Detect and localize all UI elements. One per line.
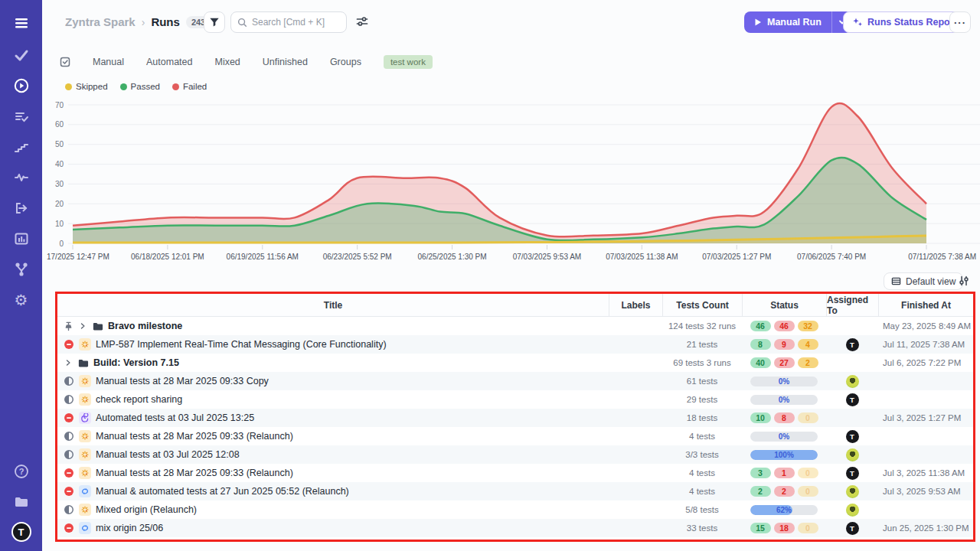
progress-label: 0% [750,395,818,405]
table-row[interactable]: mix origin 25/0633 tests15180TJun 25, 20… [57,519,973,537]
passed-count-badge: 46 [750,321,771,331]
title-cell: Mixed origin (Relaunch) [57,500,609,519]
view-settings-icon[interactable] [958,275,970,290]
column-header-status[interactable]: Status [742,294,826,316]
labels-cell [609,317,662,335]
status-cell: 1080 [742,409,826,427]
user-avatar[interactable]: T [11,522,31,542]
table-row[interactable]: Manual tests at 28 Mar 2025 09:33 Copy61… [57,372,973,390]
reports-icon[interactable] [0,223,42,254]
run-title[interactable]: Manual tests at 28 Mar 2025 09:33 Copy [96,376,269,386]
run-title[interactable]: LMP-587 Implement Real-Time Chat Messagi… [96,339,387,350]
legend-failed[interactable]: Failed [172,82,207,91]
defects-icon[interactable] [0,162,42,193]
skipped-count-badge: 0 [798,412,818,423]
table-row[interactable]: Manual tests at 03 Jul 2025 12:083/3 tes… [57,445,973,464]
requirements-icon[interactable] [0,193,42,223]
search-input[interactable] [252,17,340,28]
assigned-cell [826,409,878,427]
tab-unfinished[interactable]: Unfinished [263,57,308,67]
table-row[interactable]: Automated tests at 03 Jul 2025 13:2518 t… [57,409,973,427]
table-row[interactable]: Manual tests at 28 Mar 2025 09:33 (Relau… [57,427,973,445]
projects-folder-icon[interactable] [0,487,42,517]
labels-cell [609,427,662,445]
runs-status-report-button[interactable]: Runs Status Report [843,11,966,33]
table-row[interactable]: Manual & automated tests at 27 Jun 2025 … [57,482,973,500]
run-title[interactable]: check report sharing [96,394,182,405]
breadcrumb-project[interactable]: Zyntra Spark [65,15,136,28]
run-title[interactable]: Manual tests at 28 Mar 2025 09:33 (Relau… [96,431,293,442]
finished-at: Jun 25, 2025 1:30 PM [878,519,973,537]
status-cell: 220 [742,482,826,500]
runs-icon[interactable] [0,70,42,101]
column-header-tests-count[interactable]: Tests Count [662,294,742,316]
svg-text:?: ? [18,467,24,476]
manual-run-button[interactable]: Manual Run [744,11,831,33]
workflows-icon[interactable] [0,254,42,285]
labels-cell [609,390,662,409]
svg-text:07/03/2025 9:53 AM: 07/03/2025 9:53 AM [513,253,582,261]
filter-button[interactable] [204,11,225,33]
table-row[interactable]: Bravo milestone124 tests 32 runs464632Ma… [57,317,973,335]
pin-icon[interactable] [64,321,74,331]
assigned-cell [826,354,878,372]
legend-skipped[interactable]: Skipped [65,82,108,91]
milestones-icon[interactable] [0,132,42,162]
tab-mixed[interactable]: Mixed [214,57,240,67]
table-row[interactable]: Manual tests at 28 Mar 2025 09:33 (Relau… [57,464,973,482]
run-title[interactable]: Mixed origin (Relaunch) [96,504,197,515]
status-stopped-icon [64,339,74,350]
group-title[interactable]: Bravo milestone [108,321,182,331]
settings-icon[interactable]: ⚙ [0,285,42,315]
run-title[interactable]: Manual tests at 03 Jul 2025 12:08 [96,449,240,460]
tab-groups[interactable]: Groups [330,57,361,67]
progress-label: 0% [750,377,818,386]
table-row[interactable]: LMP-587 Implement Real-Time Chat Messagi… [57,335,973,354]
status-cell: 0% [742,427,826,445]
default-view-button[interactable]: Default view [884,272,963,290]
column-header-title[interactable]: Title [57,294,609,316]
expand-chevron-icon[interactable] [78,321,87,331]
search-settings-icon[interactable] [355,15,369,31]
bulk-select-icon[interactable] [60,57,70,67]
more-actions-button[interactable]: ··· [949,11,971,33]
status-in-progress-icon [64,449,74,460]
assigned-cell [826,317,878,335]
title-cell: Bravo milestone [57,317,609,335]
column-header-finished-at[interactable]: Finished At [878,294,973,316]
table-row[interactable]: check report sharing29 tests0%T [57,390,973,409]
test-cases-icon[interactable] [0,40,42,70]
play-icon [754,18,762,26]
assignee-avatar [846,504,859,517]
title-cell: check report sharing [57,390,609,409]
menu-icon[interactable] [0,8,42,38]
svg-text:60: 60 [55,120,64,129]
column-header-assigned-to[interactable]: Assigned To [826,294,878,316]
breadcrumb-page[interactable]: Runs [151,15,180,28]
run-title[interactable]: Manual & automated tests at 27 Jun 2025 … [96,486,349,497]
finished-at: Jul 11, 2025 7:38 AM [878,335,973,354]
tab-manual[interactable]: Manual [93,57,124,67]
run-title[interactable]: Automated tests at 03 Jul 2025 13:25 [96,412,254,423]
run-title[interactable]: mix origin 25/06 [96,523,163,533]
filter-tag-test-work[interactable]: test work [384,55,433,69]
column-header-labels[interactable]: Labels [609,294,662,316]
origin-manual-icon [79,467,91,479]
tab-automated[interactable]: Automated [146,57,192,67]
status-cell: 0% [742,390,826,409]
table-row[interactable]: Mixed origin (Relaunch)5/8 tests62% [57,500,973,519]
help-icon[interactable]: ? [0,456,42,487]
legend-passed[interactable]: Passed [120,82,160,91]
table-rows: Bravo milestone124 tests 32 runs464632Ma… [57,317,973,537]
run-title[interactable]: Manual tests at 28 Mar 2025 09:33 (Relau… [96,468,293,478]
assignee-avatar: T [846,393,859,406]
svg-text:07/03/2025 11:38 AM: 07/03/2025 11:38 AM [606,253,678,261]
table-row[interactable]: Build: Version 7.1569 tests 3 runs40272J… [57,354,973,372]
progress-bar: 0% [750,432,818,442]
passed-count-badge: 40 [750,357,771,368]
group-title[interactable]: Build: Version 7.15 [93,357,179,368]
status-in-progress-icon [64,376,74,386]
expand-chevron-icon[interactable] [64,358,73,367]
breadcrumb: Zyntra Spark › Runs 243 [65,15,211,28]
shared-steps-icon[interactable] [0,101,42,132]
